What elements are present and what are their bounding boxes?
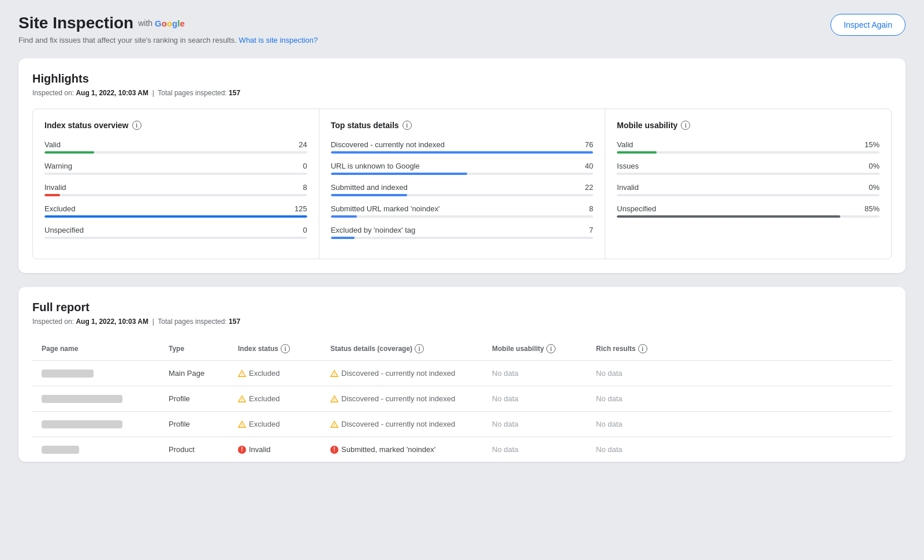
page-title: Site Inspection with Google <box>18 14 318 32</box>
blurred-url <box>42 395 122 403</box>
mobile-bar-unspecified: Unspecified 85% <box>617 204 880 218</box>
blurred-url <box>42 369 94 378</box>
bar-discovered: Discovered - currently not indexed 76 <box>331 140 594 154</box>
svg-text:!: ! <box>241 423 243 427</box>
top-status-info-icon[interactable]: i <box>403 121 412 130</box>
index-status-col-info-icon[interactable]: i <box>281 344 290 353</box>
col-type: Type <box>169 344 238 353</box>
full-report-meta: Inspected on: Aug 1, 2022, 10:03 AM | To… <box>32 318 892 326</box>
blurred-url <box>42 420 122 428</box>
highlights-meta: Inspected on: Aug 1, 2022, 10:03 AM | To… <box>32 89 892 97</box>
mobile-bar-invalid: Invalid 0% <box>617 183 880 196</box>
index-status-section: Index status overview i Valid 24 Warning <box>33 109 319 259</box>
bar-submitted-indexed: Submitted and indexed 22 <box>331 183 594 196</box>
status-details-col-info-icon[interactable]: i <box>415 344 424 353</box>
subtitle: Find and fix issues that affect your sit… <box>18 36 318 44</box>
rich-results-col-info-icon[interactable]: i <box>638 344 647 353</box>
table-row[interactable]: Profile ! Excluded ! Discovered - curren… <box>32 412 892 437</box>
cell-status-details: ! Discovered - currently not indexed <box>330 394 492 403</box>
what-is-link[interactable]: What is site inspection? <box>239 36 318 44</box>
mobile-usability-title: Mobile usability i <box>617 121 880 130</box>
svg-text:!: ! <box>334 372 335 376</box>
highlights-card: Highlights Inspected on: Aug 1, 2022, 10… <box>18 58 906 273</box>
blurred-url <box>42 446 79 454</box>
cell-status-details: ! Discovered - currently not indexed <box>330 420 492 428</box>
cell-rich-results: No data <box>596 394 677 403</box>
warning-triangle-icon: ! <box>330 420 338 428</box>
cell-mobile-usability: No data <box>492 420 596 428</box>
cell-index-status: ! Excluded <box>238 394 330 403</box>
cell-page-name <box>42 369 169 378</box>
cell-rich-results: No data <box>596 420 677 428</box>
cell-index-status: ! Excluded <box>238 369 330 378</box>
top-status-bars: Discovered - currently not indexed 76 UR… <box>331 140 594 239</box>
svg-text:!: ! <box>334 397 335 401</box>
bar-invalid: Invalid 8 <box>44 183 307 196</box>
cell-page-name <box>42 446 169 454</box>
cell-index-status: ! Excluded <box>238 420 330 428</box>
mobile-usability-info-icon[interactable]: i <box>681 121 690 130</box>
index-status-bars: Valid 24 Warning 0 <box>44 140 307 239</box>
bar-submitted-noindex: Submitted URL marked 'noindex' 8 <box>331 204 594 218</box>
index-status-title: Index status overview i <box>44 121 307 130</box>
col-rich-results: Rich results i <box>596 344 677 353</box>
cell-type: Main Page <box>169 369 238 378</box>
col-status-details: Status details (coverage) i <box>330 344 492 353</box>
col-index-status: Index status i <box>238 344 330 353</box>
inspect-again-button[interactable]: Inspect Again <box>830 14 906 36</box>
top-status-section: Top status details i Discovered - curren… <box>319 109 605 259</box>
bar-url-unknown: URL is unknown to Google 40 <box>331 162 594 175</box>
table-header: Page name Type Index status i Status det… <box>32 337 892 361</box>
warning-triangle-icon: ! <box>330 369 338 378</box>
mobile-bar-valid: Valid 15% <box>617 140 880 154</box>
bar-unspecified: Unspecified 0 <box>44 226 307 239</box>
cell-status-details: ! Submitted, marked 'noindex' <box>330 445 492 454</box>
cell-type: Profile <box>169 420 238 428</box>
highlights-title: Highlights <box>32 72 892 85</box>
warning-triangle-icon: ! <box>238 420 246 428</box>
index-status-info-icon[interactable]: i <box>132 121 141 130</box>
mobile-bar-issues: Issues 0% <box>617 162 880 175</box>
page-header: Site Inspection with Google Find and fix… <box>18 14 906 44</box>
google-logo: Google <box>155 18 185 28</box>
table-row[interactable]: Product ! Invalid ! Submitted, marked 'n… <box>32 437 892 462</box>
cell-status-details: ! Discovered - currently not indexed <box>330 369 492 378</box>
error-circle-icon: ! <box>238 446 246 454</box>
cell-rich-results: No data <box>596 445 677 454</box>
bar-excluded-noindex: Excluded by 'noindex' tag 7 <box>331 226 594 239</box>
warning-triangle-icon: ! <box>238 369 246 378</box>
table-row[interactable]: Profile ! Excluded ! Discovered - curren… <box>32 386 892 412</box>
title-area: Site Inspection with Google Find and fix… <box>18 14 318 44</box>
mobile-usability-bars: Valid 15% Issues 0% <box>617 140 880 218</box>
bar-valid: Valid 24 <box>44 140 307 154</box>
svg-text:!: ! <box>241 372 243 376</box>
warning-triangle-icon: ! <box>330 395 338 403</box>
table-row[interactable]: Main Page ! Excluded ! Discovered - curr… <box>32 361 892 386</box>
full-report-card: Full report Inspected on: Aug 1, 2022, 1… <box>18 287 906 462</box>
cell-index-status: ! Invalid <box>238 445 330 454</box>
error-circle-icon: ! <box>330 446 338 454</box>
cell-mobile-usability: No data <box>492 394 596 403</box>
cell-mobile-usability: No data <box>492 369 596 378</box>
col-page-name: Page name <box>42 344 169 353</box>
title-text: Site Inspection <box>18 14 133 32</box>
cell-page-name <box>42 395 169 403</box>
col-mobile-usability: Mobile usability i <box>492 344 596 353</box>
full-report-title: Full report <box>32 301 892 314</box>
with-google-label: with Google <box>138 18 185 28</box>
mobile-usability-col-info-icon[interactable]: i <box>546 344 556 353</box>
cell-mobile-usability: No data <box>492 445 596 454</box>
highlights-grid: Index status overview i Valid 24 Warning <box>32 109 892 259</box>
bar-excluded: Excluded 125 <box>44 204 307 218</box>
cell-page-name <box>42 420 169 428</box>
bar-warning: Warning 0 <box>44 162 307 175</box>
svg-text:!: ! <box>241 397 243 401</box>
warning-triangle-icon: ! <box>238 395 246 403</box>
cell-type: Profile <box>169 394 238 403</box>
cell-rich-results: No data <box>596 369 677 378</box>
svg-text:!: ! <box>334 423 335 427</box>
cell-type: Product <box>169 445 238 454</box>
mobile-usability-section: Mobile usability i Valid 15% Issues <box>605 109 891 259</box>
top-status-title: Top status details i <box>331 121 594 130</box>
